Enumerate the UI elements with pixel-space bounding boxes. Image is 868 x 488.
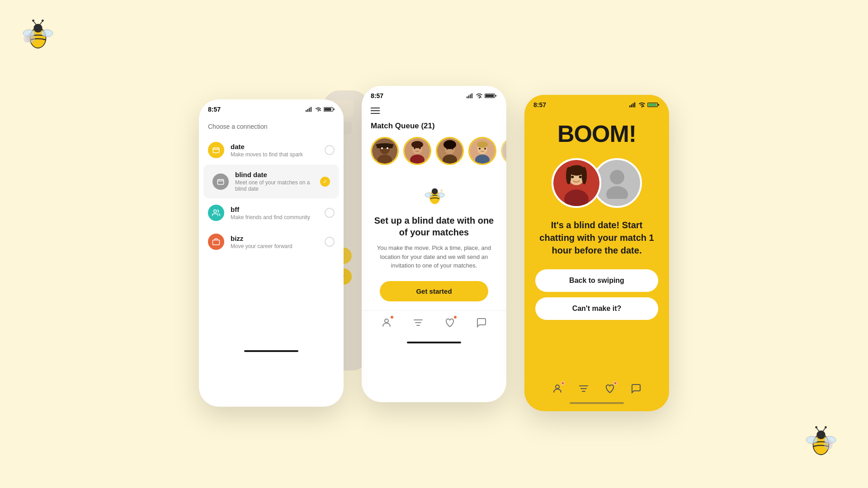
svg-point-60 (452, 148, 453, 150)
svg-point-66 (484, 148, 486, 150)
date-radio[interactable] (325, 145, 335, 155)
profile-nav-icon (381, 317, 392, 328)
svg-point-84 (642, 107, 642, 108)
blind-date-radio[interactable]: ✓ (320, 177, 330, 187)
wifi-icon-2 (476, 93, 483, 99)
svg-rect-83 (634, 102, 635, 107)
nav-messages[interactable] (475, 316, 488, 329)
avatar-4[interactable] (468, 137, 496, 165)
connection-header: Choose a connection (199, 116, 344, 136)
boom-title: BOOM! (557, 120, 636, 147)
phone1-group: 8:57 (199, 81, 344, 407)
battery-icon-2 (485, 93, 497, 99)
nav3-likes[interactable] (604, 382, 616, 395)
svg-rect-22 (306, 110, 307, 112)
nav-profile[interactable] (380, 316, 393, 329)
nav3-filters[interactable] (577, 382, 590, 395)
svg-point-47 (381, 147, 383, 149)
svg-point-75 (442, 193, 443, 194)
avatar-face-1 (372, 138, 397, 164)
phone2-status-bar: 8:57 (362, 86, 506, 102)
svg-rect-28 (324, 108, 331, 111)
svg-rect-86 (648, 103, 657, 106)
phone2-status-icons (467, 93, 497, 99)
phone1-status-icons (306, 107, 335, 112)
connection-item-blind-date[interactable]: blind date Meet one of your matches on a… (203, 164, 339, 198)
svg-point-59 (446, 148, 448, 150)
blind-date-text: blind date Meet one of your matches on a… (235, 171, 314, 192)
filters-nav-icon-3 (578, 383, 589, 394)
svg-point-8 (42, 19, 44, 22)
phone2-bottom-nav (362, 310, 506, 338)
bizz-radio[interactable] (325, 237, 335, 247)
bee-small-icon (423, 183, 445, 206)
get-started-button[interactable]: Get started (380, 281, 488, 301)
nav3-dot-likes (613, 381, 617, 385)
bff-text: bff Make friends and find community (231, 206, 318, 221)
nav-dot-profile (390, 315, 394, 319)
svg-point-2 (33, 24, 42, 33)
avatar-face-5 (502, 138, 506, 164)
svg-point-98 (556, 385, 559, 389)
svg-rect-38 (495, 95, 496, 96)
svg-point-35 (479, 98, 480, 99)
nav-likes[interactable] (443, 316, 456, 329)
battery-icon (324, 107, 335, 112)
svg-rect-25 (311, 107, 311, 112)
wifi-icon-3 (638, 102, 646, 108)
phones-container: 8:57 (0, 0, 868, 488)
phone3-home-bar (570, 402, 624, 404)
svg-point-92 (566, 167, 571, 184)
nav-filters[interactable] (412, 316, 425, 329)
bizz-icon (208, 234, 224, 250)
user-avatar-image (553, 159, 599, 207)
phone2-time: 8:57 (371, 92, 383, 99)
bizz-text: bizz Move your career forward (231, 235, 318, 249)
svg-point-53 (414, 147, 415, 149)
svg-point-71 (432, 188, 438, 194)
nav3-profile[interactable] (551, 382, 564, 395)
svg-rect-23 (307, 109, 308, 112)
nav3-messages[interactable] (630, 382, 642, 395)
avatar-2[interactable] (403, 137, 431, 165)
blind-date-icon (212, 174, 229, 190)
connection-item-bff[interactable]: bff Make friends and find community (199, 198, 344, 227)
phone3-status-bar: 8:57 (524, 95, 669, 111)
signal-icon-3 (629, 102, 637, 108)
svg-point-46 (376, 143, 394, 147)
avatar-face-2 (405, 138, 430, 164)
svg-rect-82 (632, 103, 633, 108)
mystery-person-icon (604, 167, 631, 199)
back-to-swiping-button[interactable]: Back to swiping (535, 269, 658, 292)
phone1-status-bar: 8:57 (199, 99, 344, 116)
likes-nav-icon (444, 317, 455, 328)
svg-point-4 (41, 30, 53, 37)
nav3-dot-profile (561, 381, 565, 385)
svg-rect-37 (486, 94, 494, 97)
connection-item-bizz[interactable]: bizz Move your career forward (199, 227, 344, 256)
connection-item-date[interactable]: date Make moves to find that spark (199, 136, 344, 164)
svg-point-6 (32, 19, 34, 22)
hamburger-menu[interactable] (362, 102, 506, 119)
svg-rect-31 (467, 97, 467, 99)
svg-point-93 (582, 167, 587, 184)
svg-rect-24 (309, 108, 310, 112)
avatar-5[interactable] (501, 137, 506, 165)
avatar-row (362, 137, 506, 174)
phone3-bottom-nav (535, 377, 658, 399)
bff-radio[interactable] (325, 208, 335, 218)
svg-point-65 (479, 148, 481, 150)
avatar-3[interactable] (436, 137, 464, 165)
cant-make-it-button[interactable]: Can't make it? (535, 297, 658, 320)
svg-point-96 (610, 170, 624, 184)
svg-point-74 (440, 189, 443, 192)
avatar-1[interactable] (371, 137, 399, 165)
bee-decoration-bottom-right (805, 425, 841, 461)
avatar-face-4 (470, 138, 495, 164)
nav-dot-likes (453, 315, 457, 319)
likes-nav-icon-3 (604, 383, 615, 394)
date-icon (208, 142, 224, 158)
svg-rect-80 (629, 106, 630, 108)
svg-point-95 (579, 176, 582, 178)
svg-point-76 (385, 319, 388, 323)
